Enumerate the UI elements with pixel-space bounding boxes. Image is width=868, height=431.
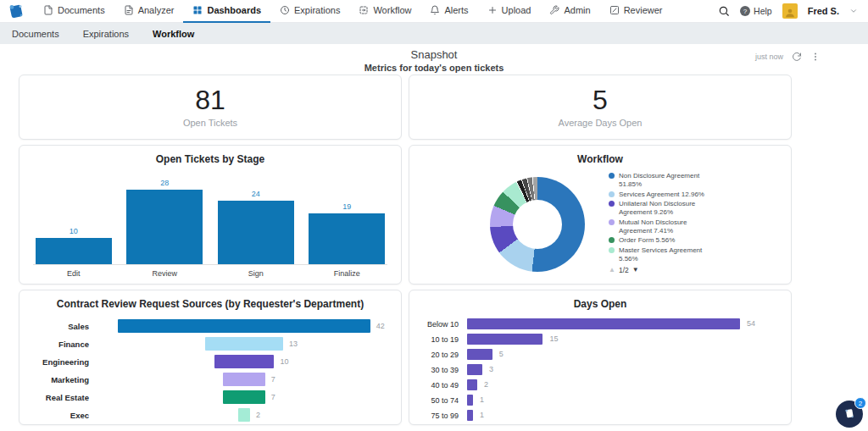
chart-request-sources: Contract Review Request Sources (by Requ…	[19, 290, 402, 425]
chart-open-tickets-by-stage: Open Tickets by Stage 10282419 EditRevie…	[19, 145, 402, 285]
app-logo-icon[interactable]	[7, 2, 25, 20]
hbar-plot: 15	[467, 334, 777, 345]
user-menu[interactable]: Fred S.	[808, 6, 839, 16]
legend-item[interactable]: Mutual Non Disclosure Agreement 7.41%	[609, 218, 710, 235]
bar-review[interactable]	[126, 190, 203, 264]
legend-item[interactable]: Non Disclosure Agreement 51.85%	[609, 172, 710, 189]
bar-value-label: 15	[549, 334, 558, 345]
funnel-plot: 13	[101, 337, 387, 351]
bar-engineering[interactable]	[214, 355, 275, 368]
bar-75-to-99[interactable]	[467, 410, 473, 421]
donut-chart[interactable]	[490, 177, 585, 272]
bar-50-to-74[interactable]	[467, 395, 473, 406]
analyzer-icon	[124, 5, 134, 15]
legend-item[interactable]: Order Form 5.56%	[609, 236, 710, 245]
chevron-down-icon[interactable]	[849, 7, 858, 15]
hbar-row: 40 to 492	[418, 379, 777, 390]
sub-navigation: DocumentsExpirationsWorkflow	[0, 23, 868, 44]
question-icon: ?	[740, 6, 750, 16]
topnav-items: DocumentsAnalyzerDashboardsExpirationsWo…	[34, 0, 672, 23]
bar-20-to-29[interactable]	[467, 349, 492, 360]
topnav-item-admin[interactable]: Admin	[540, 0, 599, 23]
legend-item[interactable]: Unilateral Non Disclosure Agreement 9.26…	[609, 200, 710, 217]
bar-slot: 28	[125, 179, 206, 264]
legend-page-up-icon[interactable]: ▲	[609, 266, 615, 274]
bar-finalize[interactable]	[309, 213, 385, 264]
refresh-icon[interactable]	[792, 52, 802, 62]
legend-dot	[609, 247, 615, 253]
hbar-row: 30 to 393	[418, 364, 777, 375]
legend-dot	[609, 219, 615, 225]
subnav-item-documents[interactable]: Documents	[12, 29, 59, 39]
bar-40-to-49[interactable]	[467, 379, 477, 390]
topnav-item-expirations[interactable]: Expirations	[270, 0, 349, 23]
topnav-item-alerts[interactable]: Alerts	[420, 0, 477, 23]
topnav-item-workflow[interactable]: Workflow	[349, 0, 420, 23]
kpi-card-open-tickets: 81 Open Tickets	[19, 75, 402, 140]
category-label: Exec	[26, 411, 101, 420]
bar-value-label: 13	[289, 337, 298, 351]
bar-sales[interactable]	[118, 319, 370, 333]
kpi-value: 81	[195, 86, 225, 115]
bar-value-label: 3	[489, 364, 493, 375]
bar-edit[interactable]	[36, 238, 112, 264]
bar-10-to-19[interactable]	[467, 334, 542, 345]
bar-30-to-39[interactable]	[467, 364, 482, 375]
last-refreshed-label: just now	[755, 52, 783, 61]
chart-title: Open Tickets by Stage	[19, 146, 401, 165]
bar-value-label: 19	[342, 202, 351, 211]
funnel-plot: 42	[101, 319, 387, 333]
topnav-item-analyzer[interactable]: Analyzer	[114, 0, 184, 23]
topnav-item-label: Alerts	[444, 5, 468, 15]
topnav-item-upload[interactable]: Upload	[478, 0, 541, 23]
bar-value-label: 2	[484, 379, 488, 390]
topnav-item-dashboards[interactable]: Dashboards	[183, 0, 270, 23]
funnel-plot: 7	[101, 390, 387, 404]
subnav-item-expirations[interactable]: Expirations	[83, 29, 129, 39]
topnav-item-label: Upload	[502, 5, 531, 15]
bar-value-label: 7	[271, 390, 275, 404]
bar-value-label: 10	[70, 227, 78, 235]
hbar-plot-area: Below 105410 to 191520 to 29530 to 39340…	[409, 310, 791, 421]
funnel-row: Marketing7	[26, 373, 387, 386]
funnel-row: Sales42	[26, 319, 387, 333]
legend-item[interactable]: Services Agreement 12.96%	[609, 191, 710, 199]
category-label: Marketing	[26, 375, 101, 384]
page-header: Snapshot Metrics for today's open ticket…	[0, 44, 868, 75]
kebab-menu-icon[interactable]	[810, 52, 821, 62]
legend-dot	[609, 237, 615, 243]
hbar-row: Below 1054	[418, 318, 777, 329]
bar-marketing[interactable]	[223, 373, 265, 386]
legend-dot	[609, 191, 615, 197]
bar-finance[interactable]	[205, 337, 283, 351]
topnav-item-label: Dashboards	[207, 5, 261, 15]
hbar-plot: 1	[467, 395, 777, 406]
bar-exec[interactable]	[238, 408, 250, 422]
bar-value-label: 2	[256, 408, 260, 422]
hbar-plot: 54	[467, 318, 777, 329]
page-title: Snapshot	[0, 48, 868, 61]
category-label: Below 10	[418, 320, 467, 329]
funnel-plot: 10	[101, 355, 387, 368]
legend-page-down-icon[interactable]: ▼	[632, 266, 639, 274]
legend-dot	[609, 173, 615, 179]
chat-fab[interactable]: 2	[836, 401, 863, 428]
bar-sign[interactable]	[218, 201, 294, 264]
help-button[interactable]: ? Help	[740, 6, 772, 16]
x-axis-label: Edit	[33, 265, 114, 278]
page-subtitle: Metrics for today's open tickets	[0, 63, 868, 73]
topnav-item-documents[interactable]: Documents	[34, 0, 114, 23]
category-label: 75 to 99	[418, 412, 467, 420]
topnav-item-reviewer[interactable]: Reviewer	[600, 0, 672, 23]
hbar-plot: 3	[467, 364, 777, 375]
bar-value-label: 54	[747, 318, 755, 329]
legend-item[interactable]: Master Services Agreement 5.56%	[609, 246, 710, 263]
dashboard-content: 81 Open Tickets 5 Average Days Open Open…	[19, 75, 792, 425]
bar-below-10[interactable]	[467, 318, 740, 329]
bar-real-estate[interactable]	[223, 390, 265, 404]
bar-value-label: 10	[280, 355, 288, 368]
subnav-item-workflow[interactable]: Workflow	[153, 29, 194, 39]
topnav-right: ? Help Fred S.	[718, 3, 858, 19]
avatar[interactable]	[782, 3, 798, 19]
search-icon[interactable]	[718, 5, 730, 17]
